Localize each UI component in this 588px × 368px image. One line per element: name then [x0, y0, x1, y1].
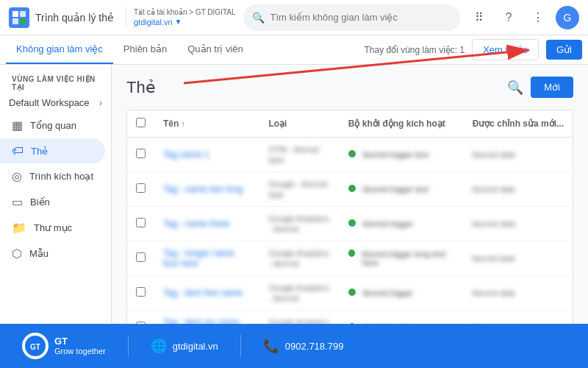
preview-button[interactable]: Xem trước: [472, 39, 539, 60]
tag-name-link[interactable]: Tag name 1: [163, 149, 209, 160]
row-modified-cell: blurred date: [464, 138, 573, 172]
chevron-right-icon: ›: [99, 98, 102, 108]
sidebar-item-variables[interactable]: ▭ Biến: [0, 189, 105, 215]
trigger-info: blurred trigger: [348, 289, 455, 297]
account-name[interactable]: gtdigital.vn ▼: [134, 17, 236, 27]
trigger-active-dot: [348, 219, 356, 227]
row-type-cell: Google Analytics - blurred: [259, 276, 339, 311]
row-checkbox[interactable]: [136, 287, 146, 297]
row-trigger-cell: blurred trigger: [340, 276, 464, 311]
sidebar-item-tags[interactable]: 🏷 Thẻ: [0, 138, 105, 163]
trigger-info: blurred trigger long text here: [348, 250, 455, 267]
footer-logo-circle: GT: [22, 333, 49, 359]
sidebar-item-folders[interactable]: 📁 Thư mục: [0, 215, 105, 241]
workspace-item[interactable]: Default Workspace ›: [0, 93, 111, 113]
row-modified-cell: blurred date: [464, 207, 573, 241]
table-row: Tag - item five name Google Analytics - …: [127, 276, 573, 311]
row-trigger-cell: blurred trigger: [340, 207, 464, 241]
modified-date: blurred date: [473, 185, 516, 194]
new-tag-button[interactable]: Mới: [531, 77, 573, 98]
row-trigger-cell: blurred trigger text: [340, 172, 464, 207]
modified-date: blurred date: [473, 254, 516, 263]
row-checkbox-cell: [127, 207, 154, 241]
type-column-header: Loại: [259, 110, 339, 138]
trigger-text: blurred trigger text: [363, 185, 429, 194]
svg-rect-3: [12, 18, 18, 24]
row-name-cell: Tag - longer name four here: [154, 241, 259, 276]
trigger-text: blurred trigger long text here: [362, 250, 455, 267]
tab-workspace[interactable]: Không gian làm việc: [6, 35, 113, 64]
send-button[interactable]: Gửi: [546, 40, 582, 60]
sort-asc-icon[interactable]: ↑: [182, 120, 185, 128]
row-checkbox[interactable]: [136, 149, 146, 158]
tab-version[interactable]: Phiên bản: [113, 35, 177, 64]
sidebar-item-overview[interactable]: ▦ Tổng quan: [0, 113, 105, 138]
tag-type: Google Analytics - blurred: [268, 318, 329, 324]
row-name-cell: Tag name 1: [154, 138, 259, 172]
row-checkbox[interactable]: [136, 183, 146, 193]
page-title: Thẻ: [126, 78, 156, 97]
svg-rect-1: [12, 11, 18, 17]
gt-logo-icon: GT: [24, 335, 46, 357]
content-search-button[interactable]: 🔍: [507, 79, 523, 96]
nav-right: Thay đổi vùng làm việc: 1 Xem trước Gửi: [364, 39, 582, 60]
search-input[interactable]: [270, 12, 452, 23]
trigger-info: blurred trigger: [348, 219, 455, 228]
tags-table-container: Tên ↑ Loại Bộ khởi động kích hoạt Được c…: [126, 110, 573, 324]
logo-area: Trình quản lý thẻ: [9, 7, 114, 28]
svg-text:GT: GT: [30, 343, 40, 351]
search-bar[interactable]: 🔍: [243, 4, 461, 31]
overview-icon: ▦: [12, 118, 23, 132]
tab-admin[interactable]: Quản trị viên: [177, 35, 254, 64]
row-checkbox[interactable]: [136, 322, 146, 324]
sidebar-item-triggers[interactable]: ◎ Trình kích hoạt: [0, 163, 105, 189]
table-row: Tag - name two long Google - blurred typ…: [127, 172, 573, 207]
content-header: Thẻ 🔍 Mới: [126, 77, 573, 98]
trigger-text: blurred trigger text: [363, 150, 429, 159]
account-label: Tất cả tài khoản > GT DIGITAL: [134, 7, 236, 17]
tag-name-link[interactable]: Tag - name two long: [163, 184, 243, 194]
help-button[interactable]: ?: [497, 6, 520, 29]
modified-column-header: Được chỉnh sửa mới...: [464, 110, 573, 138]
tag-name-link[interactable]: Tag - item six name blurred: [163, 317, 240, 324]
trigger-info: blurred trigger text: [348, 185, 455, 194]
select-all-checkbox[interactable]: [136, 118, 146, 127]
avatar[interactable]: G: [556, 6, 579, 29]
row-type-cell: GTM - blurred type: [259, 138, 339, 172]
table-row: Tag - name three Google Analytics - blur…: [127, 207, 573, 241]
row-checkbox-cell: [127, 138, 154, 172]
trigger-text: blurred trigger: [363, 219, 413, 228]
trigger-active-dot: [348, 150, 356, 158]
svg-rect-0: [9, 7, 29, 28]
search-icon: 🔍: [252, 12, 265, 24]
tag-type: GTM - blurred type: [268, 145, 318, 164]
tags-table: Tên ↑ Loại Bộ khởi động kích hoạt Được c…: [127, 110, 573, 324]
trigger-active-dot: [348, 250, 355, 257]
trigger-info: blurred trigger: [348, 323, 455, 324]
apps-button[interactable]: ⠿: [467, 6, 491, 29]
row-type-cell: Google - blurred type: [259, 172, 339, 207]
template-icon: ⬡: [12, 247, 22, 261]
content-actions: 🔍 Mới: [507, 77, 573, 98]
more-button[interactable]: ⋮: [526, 6, 550, 29]
tag-name-link[interactable]: Tag - item five name: [163, 288, 243, 298]
tag-name-link[interactable]: Tag - name three: [163, 219, 230, 229]
tag-type: Google Analytics - blurred: [268, 214, 329, 233]
sidebar-item-templates[interactable]: ⬡ Mẫu: [0, 241, 105, 266]
row-name-cell: Tag - name two long: [154, 172, 259, 207]
trigger-active-dot: [348, 323, 356, 324]
trigger-text: blurred trigger: [363, 323, 413, 324]
footer-separator-2: [240, 335, 241, 357]
variable-icon: ▭: [12, 195, 23, 209]
row-checkbox[interactable]: [136, 218, 146, 227]
svg-rect-2: [20, 11, 26, 17]
main-layout: VÙNG LÀM VIỆC HIỆN TẠI Default Workspace…: [0, 65, 588, 324]
row-modified-cell: blurred date: [464, 276, 573, 311]
table-row: Tag - longer name four here Google Analy…: [127, 241, 573, 276]
tag-type: Google - blurred type: [268, 180, 327, 199]
tag-name-link[interactable]: Tag - longer name four here: [163, 248, 234, 269]
chevron-down-icon: ▼: [175, 17, 182, 26]
row-checkbox[interactable]: [136, 252, 146, 262]
svg-rect-4: [20, 18, 26, 24]
row-trigger-cell: blurred trigger: [340, 311, 464, 325]
